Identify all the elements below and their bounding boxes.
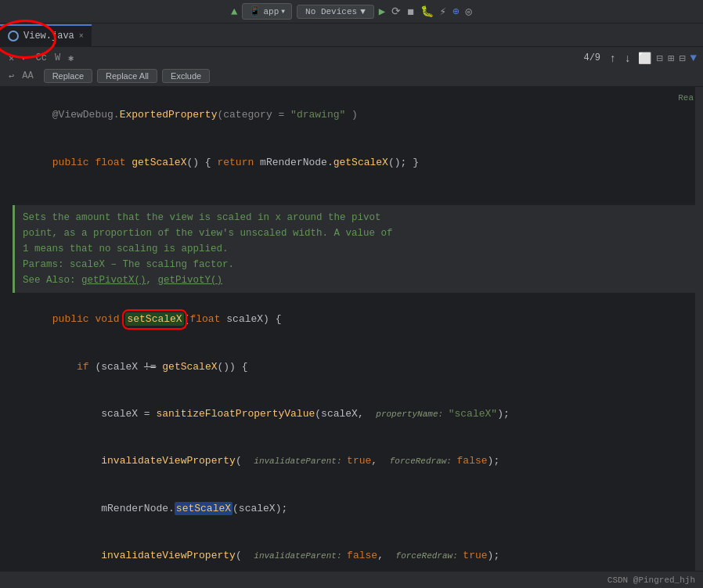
devices-dropdown-arrow: ▼ (360, 7, 366, 16)
replace-spacer: ↩ AA (6, 70, 36, 83)
code-line-getscalex: public float getScaleX() { return mRende… (13, 139, 703, 186)
app-label: app (263, 7, 279, 16)
code-line-annotation: @ViewDebug.ExportedProperty(category = "… (13, 92, 703, 139)
close-tab-button[interactable]: × (79, 32, 84, 41)
devices-dropdown[interactable]: No Devices ▼ (297, 5, 374, 19)
devices-label: No Devices (305, 7, 357, 16)
top-toolbar: ▲ 📱 app ▼ No Devices ▼ ▶ ⟳ ◼ 🐛 ⚡ ⊕ ◎ (0, 0, 703, 23)
case-sensitive-button[interactable]: Cc (33, 51, 49, 65)
undo-search-button[interactable]: ↩ (20, 51, 30, 66)
right-edge-label: Rea (678, 92, 694, 105)
tab-filename: View.java (23, 31, 74, 41)
watermark-text: CSDN @Pingred_hjh (607, 575, 695, 585)
search-replace-bar: ✕ ↩ Cc W ✱ 4/9 ↑ ↓ ⬜ ⊟ ⊞ ⊟ ▼ ↩ AA Replac… (0, 47, 703, 87)
code-editor[interactable]: Rea @ViewDebug.ExportedProperty(category… (0, 87, 703, 584)
match-count: 4/9 (580, 52, 604, 63)
code-line-if: if (scaleX != getScaleX()) { (13, 343, 703, 390)
scrollbar-track[interactable] (695, 87, 703, 584)
search-navigation: 4/9 ↑ ↓ (580, 50, 633, 66)
doc-params: Params: scaleX – The scaling factor. (23, 257, 695, 272)
filter-icon-3[interactable]: ⊟ (679, 52, 685, 65)
code-content: Rea @ViewDebug.ExportedProperty(category… (0, 87, 703, 584)
view-java-tab[interactable]: View.java × (0, 24, 92, 46)
exclude-button[interactable]: Exclude (162, 69, 210, 83)
status-bar: CSDN @Pingred_hjh (0, 571, 703, 588)
search-row: ✕ ↩ Cc W ✱ 4/9 ↑ ↓ ⬜ ⊟ ⊞ ⊟ ▼ (6, 50, 697, 66)
coverage-icon[interactable]: ◎ (465, 5, 471, 18)
doc-line1: Sets the amount that the view is scaled … (23, 210, 695, 225)
replace-undo-button[interactable]: ↩ (6, 70, 16, 83)
run-icon[interactable]: ▶ (379, 5, 385, 18)
java-file-icon (8, 31, 19, 41)
rerun-icon[interactable]: ⟳ (391, 5, 401, 18)
code-line-rendernode-setscalex: mRenderNode.setScaleX(scaleX); (13, 485, 703, 532)
next-match-button[interactable]: ↓ (622, 50, 633, 66)
whole-word-button[interactable]: W (52, 51, 63, 65)
prev-match-button[interactable]: ↑ (607, 50, 618, 66)
filter-icon-2[interactable]: ⊞ (668, 52, 674, 65)
up-arrow-icon: ▲ (231, 5, 237, 18)
attach-icon[interactable]: ⊕ (452, 5, 459, 18)
tab-bar: View.java × (0, 23, 703, 47)
regex-button[interactable]: ✱ (66, 51, 76, 66)
search-controls: ✕ ↩ Cc W ✱ (6, 51, 76, 66)
replace-case-button[interactable]: AA (20, 70, 35, 83)
app-dropdown-arrow: ▼ (281, 8, 285, 15)
replace-row: ↩ AA Replace Replace All Exclude (6, 69, 697, 83)
run-debug-toolbar: ▶ ⟳ ◼ 🐛 ⚡ ⊕ ◎ (379, 5, 472, 18)
filter-icons: ⬜ ⊟ ⊞ ⊟ ▼ (638, 52, 697, 65)
filter-icon-1[interactable]: ⊟ (656, 52, 662, 65)
doc-see: See Also: getPivotX(), getPivotY() See A… (23, 272, 695, 288)
code-line-invalidate1: invalidateViewProperty( invalidateParent… (13, 438, 703, 485)
code-line-setscalex-sig: public void setScaleX(float scaleX) { (13, 296, 703, 343)
replace-button[interactable]: Replace (44, 69, 92, 83)
filter-active-icon[interactable]: ▼ (690, 52, 697, 64)
close-search-button[interactable]: ✕ (6, 51, 16, 66)
app-dropdown[interactable]: 📱 app ▼ (242, 3, 292, 20)
replace-all-button[interactable]: Replace All (97, 69, 157, 83)
doc-line2: point, as a proportion of the view's uns… (23, 225, 695, 241)
doc-line3: 1 means that no scaling is applied. (23, 241, 695, 257)
debug-icon[interactable]: 🐛 (420, 5, 434, 18)
view-toggle-icon[interactable]: ⬜ (638, 52, 651, 65)
android-icon: 📱 (249, 5, 261, 17)
profile-icon[interactable]: ⚡ (440, 5, 446, 18)
code-line-sanitize: scaleX = sanitizeFloatPropertyValue(scal… (13, 391, 703, 438)
javadoc-comment: Sets the amount that the view is scaled … (13, 205, 703, 293)
stop-icon[interactable]: ◼ (407, 5, 413, 18)
code-line-blank1 (13, 186, 703, 202)
